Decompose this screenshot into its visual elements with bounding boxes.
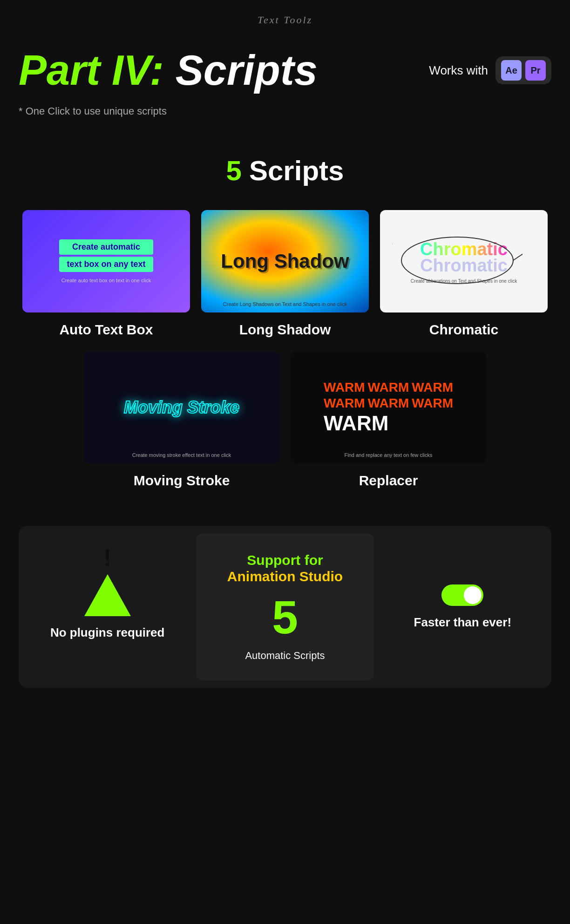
ms-sub: Create moving stroke effect text in one … [132,452,231,458]
scripts-count-section: 5 Scripts [19,145,551,210]
thumbnail-replacer: WARM WARM WARM WARM WARM WARM WARM Find … [291,352,486,463]
works-with-label: Works with [429,63,488,78]
logo-text: Text Toolz [19,14,551,26]
warm-word-4: WARM [324,396,365,411]
chromatic-scribble-icon [392,230,522,291]
feature-no-plugins: ! No plugins required [19,526,196,688]
header-section: Part IV: Scripts Works with Ae Pr [19,35,551,101]
works-with-area: Works with Ae Pr [429,56,551,84]
feature-faster: Faster than ever! [374,526,551,688]
scripts-count-number: 5 [226,155,242,187]
support-subtitle: Animation Studio [227,569,343,584]
scripts-count-line: 5 Scripts [19,155,551,187]
atb-line2: text box on any text [59,257,153,272]
svg-point-0 [401,237,513,284]
thumbnail-long-shadow: Long Shadow Create Long Shadows on Text … [201,210,369,313]
no-plugins-label: No plugins required [50,625,165,640]
warm-word-3: WARM [412,380,453,395]
atb-line1: Create automatic [59,239,153,255]
main-title: Part IV: Scripts [19,49,318,91]
atb-sub: Create auto text box on text in one clic… [59,278,153,283]
ae-badge: Ae [501,60,522,81]
support-count: 5 [272,594,298,640]
svg-line-1 [513,251,522,260]
warning-triangle: ! [84,574,131,616]
support-title-area: Support for Animation Studio [227,552,343,584]
replacer-inner: WARM WARM WARM WARM WARM WARM WARM [319,375,458,440]
card-chromatic: Chromatic Chromatic Create abberations o… [380,210,548,338]
replacer-warm-row-2: WARM WARM WARM [324,396,453,411]
warning-icon: ! [84,574,131,616]
thumbnail-auto-text-box: Create automatic text box on any text Cr… [22,210,190,313]
atb-inner: Create automatic text box on any text Cr… [59,239,153,283]
scripts-auto-label: Automatic Scripts [245,650,325,662]
warm-word-6: WARM [412,396,453,411]
thumbnail-moving-stroke: Moving Stroke Create moving stroke effec… [84,352,279,463]
scripts-grid-top: Create automatic text box on any text Cr… [19,210,551,338]
support-title: Support for [227,552,343,569]
warm-word-1: WARM [324,380,365,395]
bottom-padding [19,697,551,725]
card-label-replacer: Replacer [359,473,418,489]
subtitle: * One Click to use unique scripts [19,101,551,145]
warm-big: WARM [324,412,388,435]
scripts-count-label: Scripts [249,155,344,187]
card-label-long-shadow: Long Shadow [239,322,331,338]
ms-main-text: Moving Stroke [124,398,239,417]
replacer-sub: Find and replace any text on few clicks [345,452,433,458]
scripts-grid-bottom: Moving Stroke Create moving stroke effec… [19,352,551,489]
card-label-moving-stroke: Moving Stroke [134,473,230,489]
toggle-switch[interactable] [441,584,483,606]
replacer-warm-row-1: WARM WARM WARM [324,380,453,395]
title-part1: Part IV: [19,47,164,94]
card-label-auto-text-box: Auto Text Box [59,322,153,338]
card-moving-stroke: Moving Stroke Create moving stroke effec… [84,352,279,489]
logo-area: Text Toolz [19,0,551,35]
ls-main-text: Long Shadow [221,250,349,272]
card-label-chromatic: Chromatic [429,322,498,338]
faster-label: Faster than ever! [414,615,512,630]
warm-word-5: WARM [368,396,409,411]
chromatic-inner: Chromatic Chromatic Create abberations o… [411,239,517,284]
ls-sub: Create Long Shadows on Text and Shapes i… [223,301,347,307]
warning-exclamation: ! [103,546,111,570]
thumbnail-chromatic: Chromatic Chromatic Create abberations o… [380,210,548,313]
page-wrapper: Text Toolz Part IV: Scripts Works with A… [0,0,570,725]
features-bar: ! No plugins required Support for Animat… [19,526,551,688]
card-long-shadow: Long Shadow Create Long Shadows on Text … [201,210,369,338]
toggle-knob [464,586,482,604]
warm-word-2: WARM [368,380,409,395]
card-auto-text-box: Create automatic text box on any text Cr… [22,210,190,338]
pr-badge: Pr [525,60,546,81]
card-replacer: WARM WARM WARM WARM WARM WARM WARM Find … [291,352,486,489]
ms-inner: Moving Stroke [124,398,239,417]
replacer-warm-big: WARM [324,412,453,435]
app-badges: Ae Pr [495,56,551,84]
title-part2: Scripts [164,47,318,94]
feature-support: Support for Animation Studio 5 Automatic… [196,533,373,680]
